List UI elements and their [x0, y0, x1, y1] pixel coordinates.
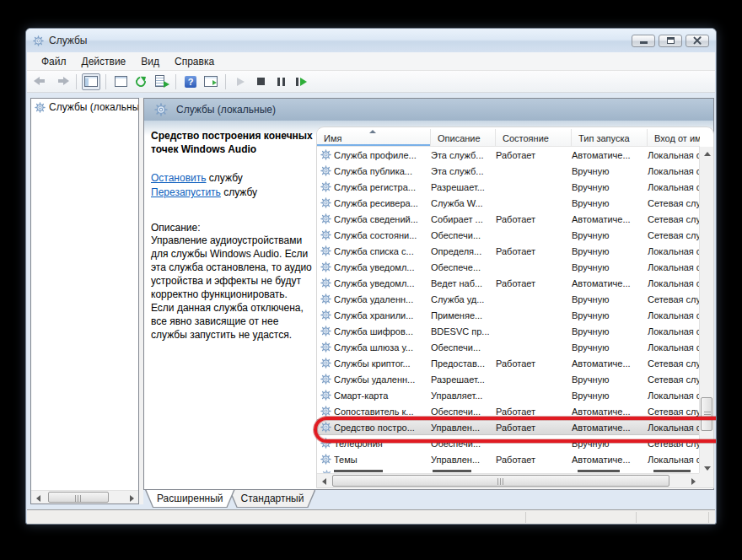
service-row[interactable]: Служба сведений...Собирает ...РаботаетАв… — [317, 211, 700, 227]
export-list-button[interactable] — [152, 73, 170, 90]
services-extended-pane: Службы (локальные) Средство построения к… — [143, 98, 714, 490]
service-row[interactable]: Служба удаленн...Служба уд...ВручнуюСете… — [317, 291, 700, 307]
back-button[interactable] — [32, 73, 51, 90]
selected-service-title: Средство построения конечных точек Windo… — [151, 129, 315, 156]
cell-desc: Служба W... — [431, 198, 496, 208]
menu-help[interactable]: Справка — [167, 54, 222, 69]
service-row[interactable]: Служба хранили...Применяе...ВручнуюЛокал… — [317, 307, 700, 323]
tree-item-services-local[interactable]: Службы (локальные) — [31, 99, 138, 115]
pause-service-button[interactable] — [272, 73, 290, 90]
refresh-button[interactable] — [132, 73, 150, 90]
column-header-1[interactable]: Описание — [431, 129, 496, 146]
restart-service-button[interactable] — [292, 73, 310, 90]
cell-status: Работает — [496, 214, 572, 224]
cell-logon: Локальная система — [648, 262, 700, 272]
menu-view[interactable]: Вид — [133, 54, 167, 69]
service-row[interactable]: Службы удаленн...Разрешает...ВручнуюСете… — [317, 371, 700, 387]
cell-desc: Обеспечи... — [431, 407, 496, 417]
cell-name: Службы удаленн... — [334, 374, 431, 385]
service-row[interactable]: ТемыУправлен...РаботаетАвтоматиче...Лока… — [317, 451, 700, 467]
menu-action[interactable]: Действие — [74, 54, 134, 69]
service-gear-icon — [320, 149, 331, 160]
scroll-left-arrow-icon[interactable] — [317, 474, 331, 488]
window-title: Службы — [49, 35, 87, 46]
cell-name: Служба уведомл... — [334, 278, 431, 288]
maximize-button[interactable] — [659, 35, 682, 47]
scrollbar-thumb[interactable] — [332, 475, 669, 487]
column-header-2[interactable]: Состояние — [496, 129, 572, 146]
service-icon-cell — [317, 390, 334, 401]
desktop-background: Службы ФайлДействиеВидСправка Службы (ло… — [0, 0, 742, 560]
close-icon — [693, 36, 702, 45]
minimize-button[interactable] — [632, 35, 655, 47]
scroll-left-arrow-icon[interactable] — [31, 491, 45, 505]
cell-desc: BDESVC пр... — [431, 326, 496, 337]
scroll-right-arrow-icon[interactable] — [686, 474, 700, 488]
service-row[interactable]: Служба состояни...Обеспечи...ВручнуюСете… — [317, 227, 700, 243]
menu-file[interactable]: Файл — [34, 54, 74, 69]
forward-button[interactable] — [52, 73, 71, 90]
tab-standard[interactable]: Стандартный — [229, 490, 316, 508]
service-row[interactable]: Служба уведомл...Обеспече...ВручнуюЛокал… — [317, 259, 700, 275]
tree-horizontal-scrollbar[interactable] — [31, 490, 138, 503]
scrollbar-thumb[interactable] — [48, 492, 109, 503]
cell-logon: Локальная система — [648, 455, 700, 465]
cell-desc: Ведет наб... — [431, 278, 496, 288]
cell-desc: Обеспече... — [431, 262, 496, 272]
service-row[interactable]: Служба профиле...Эта служб...РаботаетАвт… — [317, 147, 700, 163]
service-row[interactable]: Служба регистра...Разрешает...ВручнуюЛок… — [317, 179, 700, 195]
clipped-text — [433, 470, 471, 472]
column-header-3[interactable]: Тип запуска — [572, 129, 648, 146]
service-gear-icon — [320, 245, 331, 256]
column-header-4[interactable]: Вход от имени — [648, 129, 700, 146]
service-icon-cell — [317, 149, 334, 160]
title-bar[interactable]: Службы — [26, 29, 716, 52]
cell-name: Служба шифров... — [334, 326, 431, 337]
description-text: Управление аудиоустройствами для службы … — [151, 234, 313, 342]
properties-button[interactable] — [111, 73, 130, 90]
scroll-up-arrow-icon[interactable] — [700, 147, 714, 160]
service-row[interactable]: Служба ресивера...Служба W...ВручнуюСете… — [317, 195, 700, 211]
service-row[interactable]: Служба публика...Эта служб...ВручнуюЛока… — [317, 163, 700, 179]
cell-desc: Служба уд... — [431, 294, 496, 304]
cell-desc: Эта служб... — [431, 150, 496, 160]
service-gear-icon — [320, 293, 331, 304]
console-tree-panel: Службы (локальные) — [30, 98, 139, 504]
service-row[interactable]: Смарт-картаУправляет...ВручнуюЛокальная … — [317, 387, 700, 403]
tab-extended[interactable]: Расширенный — [145, 490, 235, 508]
cell-name: Служба сведений... — [334, 214, 431, 224]
restart-service-link[interactable]: Перезапустить — [151, 186, 221, 198]
cell-logon: Сетевая служба — [648, 374, 700, 385]
cell-logon: Сетевая служба — [648, 358, 700, 369]
stop-service-link[interactable]: Остановить — [151, 172, 207, 184]
service-row[interactable]: Служба шифров...BDESVC пр...ВручнуюЛокал… — [317, 323, 700, 339]
restart-service-suffix: службу — [221, 186, 257, 198]
service-icon-cell — [317, 406, 334, 417]
column-header-0[interactable]: Имя — [317, 129, 431, 146]
service-icon-cell — [317, 310, 334, 320]
cell-status: Работает — [496, 278, 572, 288]
service-row[interactable]: Служба списка с...Определя...РаботаетВру… — [317, 243, 700, 259]
service-gear-icon — [320, 454, 331, 465]
cell-logon: Локальная система — [648, 182, 700, 192]
close-button[interactable] — [686, 35, 709, 47]
cell-name: Служба списка с... — [334, 246, 431, 256]
help-button[interactable] — [181, 73, 200, 90]
list-horizontal-scrollbar[interactable] — [317, 473, 700, 487]
scroll-right-arrow-icon[interactable] — [125, 491, 138, 505]
cell-name: Смарт-карта — [334, 390, 431, 401]
stop-service-button[interactable] — [251, 73, 270, 90]
tab-standard-label: Стандартный — [229, 490, 316, 507]
cell-logon: Локальная система — [648, 342, 700, 353]
start-service-button[interactable] — [231, 73, 250, 90]
show-console-tree-button[interactable] — [82, 73, 100, 90]
cell-startup: Вручную — [572, 326, 648, 337]
cell-name: Темы — [334, 455, 431, 465]
service-row[interactable]: Служба шлюза у...Обеспечи...ВручнуюЛокал… — [317, 339, 700, 355]
service-row[interactable]: Службы криптог...Предостав...РаботаетАвт… — [317, 355, 700, 371]
tree-item-label: Службы (локальные) — [49, 101, 138, 113]
service-icon-cell — [317, 342, 334, 353]
show-action-pane-button[interactable] — [202, 73, 220, 90]
service-icon-cell — [317, 326, 334, 337]
service-row[interactable]: Служба уведомл...Ведет наб...РаботаетАвт… — [317, 275, 700, 291]
